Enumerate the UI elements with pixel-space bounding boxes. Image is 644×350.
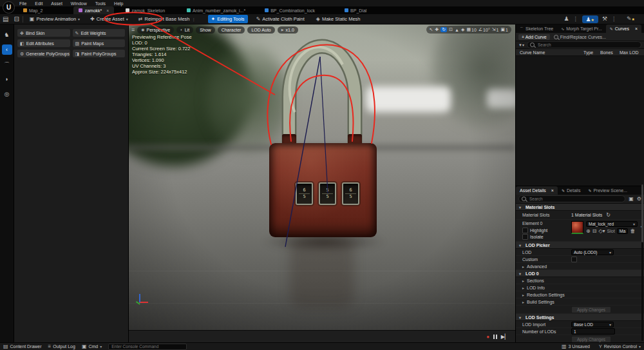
create-asset-button[interactable]: ✚ Create Asset▾	[87, 15, 131, 23]
material-thumbnail[interactable]	[571, 221, 583, 234]
tab-morph-target[interactable]: ∿Morph Target Pr...	[557, 24, 606, 33]
tab-zamokk[interactable]: zamokk* ×	[73, 6, 114, 14]
animation-mode-icon[interactable]: ⚒	[602, 16, 607, 22]
tab-curves[interactable]: ✎Curves×	[606, 24, 641, 33]
physics-mode-icon[interactable]: ✎★	[627, 16, 635, 22]
filter-icon[interactable]: ▼▾	[518, 43, 524, 47]
bind-skin-button[interactable]: ✥Bind Skin	[17, 29, 70, 37]
section-material-slots[interactable]: ▾Material Slots	[516, 204, 644, 211]
activate-cloth-paint-button[interactable]: ✎ Activate Cloth Paint	[253, 15, 308, 23]
record-button[interactable]: ●	[486, 334, 489, 340]
menu-tools[interactable]: Tools	[95, 1, 106, 6]
cloth-tools-icon[interactable]: ◗	[2, 74, 12, 84]
tab-bp-dial[interactable]: BP_Dial	[339, 6, 372, 14]
unreal-logo-icon[interactable]: U	[3, 1, 15, 14]
mesh-mode-icon-active[interactable]: ♟★	[582, 15, 598, 23]
lod-auto-menu[interactable]: LOD Auto	[247, 26, 274, 34]
kebab-menu-icon[interactable]: ⋮	[611, 17, 616, 22]
generate-polygroups-button[interactable]: ⚙Generate PolyGroups	[17, 50, 70, 57]
close-tab-icon[interactable]: ×	[106, 8, 109, 13]
number-of-lods-input[interactable]	[571, 328, 615, 335]
lod-dropdown[interactable]: Auto (LOD0)▾	[571, 249, 614, 255]
col-type[interactable]: Type	[583, 50, 600, 55]
asset-options-icon[interactable]: ◇▾	[598, 229, 605, 234]
add-curve-button[interactable]: + Add Curve	[518, 34, 550, 40]
use-selected-asset-icon[interactable]: ⊕	[586, 229, 591, 234]
select-tool-icon[interactable]: ↖	[430, 27, 433, 32]
reimport-base-mesh-button[interactable]: ⇄ Reimport Base Mesh⋮	[135, 15, 199, 23]
scale-tool-icon[interactable]: ⊡	[449, 27, 453, 32]
show-menu[interactable]: Show	[196, 26, 215, 34]
delete-slot-icon[interactable]: 🗑	[630, 229, 635, 234]
menu-edit[interactable]: Edit	[35, 1, 43, 6]
rotation-snap-toggle[interactable]: ∠10°	[478, 27, 490, 32]
browse-to-asset-icon[interactable]: ⊟	[14, 16, 19, 23]
apply-changes-button[interactable]: Apply Changes	[571, 336, 611, 343]
reduction-settings-row[interactable]: ▸Reduction Settings	[516, 291, 644, 298]
custom-checkbox[interactable]	[571, 257, 577, 262]
tab-details[interactable]: ✎Details	[558, 186, 584, 195]
step-forward-button[interactable]: ▶▏	[501, 334, 509, 340]
kebab-menu-icon[interactable]: ⋮	[573, 17, 578, 22]
character-menu[interactable]: Character	[218, 26, 245, 34]
asset-details-search-field[interactable]	[518, 195, 625, 202]
isolate-checkbox[interactable]	[522, 234, 528, 240]
pause-button[interactable]	[493, 335, 497, 339]
highlight-checkbox[interactable]	[522, 228, 528, 233]
surface-snap-icon[interactable]: ◈	[461, 27, 464, 32]
skeleton-mode-icon[interactable]: ♟	[564, 16, 569, 22]
menu-help[interactable]: Help	[114, 1, 123, 6]
translate-tool-icon[interactable]: ✚	[435, 27, 439, 32]
tab-preview-scene[interactable]: ✎Preview Scene...	[584, 186, 631, 195]
3d-viewport[interactable]: 65 55 65 ≡ ◉Perspective ◐Lit Show Charac…	[129, 24, 515, 330]
build-settings-row[interactable]: ▸Build Settings	[516, 298, 644, 306]
tab-anim-number-zamok[interactable]: Anim_number_zamok_i...*	[182, 6, 251, 14]
panel-settings-icon[interactable]: ⚙	[637, 197, 641, 202]
curve-list-empty[interactable]	[516, 56, 644, 186]
scrollbar-thumb[interactable]	[641, 184, 643, 242]
camera-speed-control[interactable]: ▣1	[500, 27, 508, 32]
revision-control-button[interactable]: YRevision Control▾	[599, 344, 641, 349]
menu-asset[interactable]: Asset	[51, 1, 62, 6]
apply-changes-button[interactable]: Apply Changes	[571, 306, 611, 313]
editing-tools-button[interactable]: ✦ Editing Tools	[208, 15, 248, 23]
viewport-menu-icon[interactable]: ≡	[131, 27, 135, 33]
slot-name-field[interactable]: Ma	[617, 228, 629, 234]
lit-mode-selector[interactable]: ◐Lit	[176, 26, 193, 34]
menu-file[interactable]: File	[19, 1, 26, 6]
find-replace-curves-button[interactable]: Find/Replace Curves...	[554, 35, 606, 39]
material-select-dropdown[interactable]: Mat_lock_red▾	[586, 221, 638, 227]
settings-tools-icon[interactable]: ◎	[2, 89, 12, 99]
curve-search-input[interactable]	[536, 42, 638, 48]
preview-animation-button[interactable]: ▣ Preview Animation▾	[26, 15, 83, 23]
col-curve-name[interactable]: Curve Name	[520, 50, 583, 55]
edit-attributes-button[interactable]: ◧Edit Attributes	[17, 39, 70, 47]
scale-snap-toggle[interactable]: ⇲1	[492, 27, 499, 32]
world-space-icon[interactable]: ▲	[455, 28, 459, 32]
skinning-tools-icon[interactable]: ‹	[2, 44, 12, 55]
refresh-materials-icon[interactable]: ↻	[606, 213, 611, 218]
lod-info-row[interactable]: ▸LOD Info	[516, 284, 644, 291]
close-tab-icon[interactable]: ×	[551, 188, 554, 193]
paint-maps-button[interactable]: ▨Paint Maps	[73, 39, 126, 47]
close-tab-icon[interactable]: ×	[635, 26, 638, 31]
tab-map2[interactable]: Map_2	[18, 6, 48, 14]
perspective-selector[interactable]: ◉Perspective	[137, 26, 174, 34]
tab-skeleton-tree[interactable]: ⌒Skeleton Tree	[516, 24, 557, 33]
curve-search-field[interactable]	[527, 41, 641, 48]
col-bones[interactable]: Bones	[600, 50, 620, 55]
tab-asset-details[interactable]: Asset Details×	[516, 186, 558, 195]
grid-snap-toggle[interactable]: ▦10	[466, 27, 476, 32]
paint-polygroups-button[interactable]: ◨Paint PolyGroups	[73, 50, 126, 57]
bone-tools-icon[interactable]: ⌒	[2, 59, 12, 70]
advanced-row[interactable]: ▸Advanced	[516, 263, 644, 270]
tab-bp-combination-lock[interactable]: BP_Combination_lock	[260, 6, 320, 14]
cmd-selector[interactable]: ▣Cmd▾	[82, 344, 102, 349]
animation-tools-icon[interactable]: ♞	[2, 30, 12, 40]
browse-asset-icon[interactable]: ⊟	[592, 229, 597, 234]
tab-zamok-skeleton[interactable]: zamok_Skeleton	[120, 6, 170, 14]
playback-speed-menu[interactable]: ▶x1.0	[278, 26, 298, 34]
section-lod-picker[interactable]: ▾LOD Picker	[516, 242, 644, 249]
sections-row[interactable]: ▸Sections	[516, 277, 644, 284]
menu-window[interactable]: Window	[71, 1, 87, 6]
